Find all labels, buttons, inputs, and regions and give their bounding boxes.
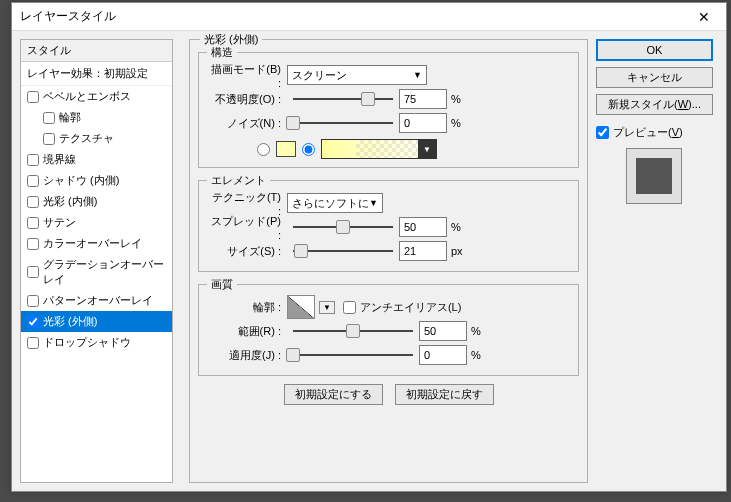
style-checkbox[interactable] [27,266,39,278]
chevron-down-icon[interactable]: ▼ [319,301,335,314]
chevron-down-icon: ▼ [413,70,422,80]
layer-style-dialog: レイヤースタイル ✕ スタイル レイヤー効果：初期設定 ベベルとエンボス輪郭テク… [11,2,727,492]
style-item[interactable]: カラーオーバーレイ [21,233,172,254]
style-checkbox[interactable] [43,133,55,145]
chevron-down-icon[interactable]: ▼ [418,140,436,158]
style-label: グラデーションオーバーレイ [43,257,166,287]
blend-mode-dropdown[interactable]: スクリーン ▼ [287,65,427,85]
style-checkbox[interactable] [27,337,39,349]
noise-input[interactable] [399,113,447,133]
color-swatch[interactable] [276,141,296,157]
style-label: テクスチャ [59,131,114,146]
style-item[interactable]: 輪郭 [21,107,172,128]
size-input[interactable] [399,241,447,261]
style-item[interactable]: シャドウ (内側) [21,170,172,191]
element-fieldset: エレメント テクニック(T) : さらにソフトに ▼ スプレッド(P) : % [198,180,579,272]
opacity-input[interactable] [399,89,447,109]
style-checkbox[interactable] [27,238,39,250]
style-checkbox[interactable] [27,154,39,166]
preview-thumbnail [626,148,682,204]
style-label: シャドウ (内側) [43,173,119,188]
style-item[interactable]: 光彩 (外側) [21,311,172,332]
style-label: カラーオーバーレイ [43,236,142,251]
gradient-picker[interactable]: ▼ [321,139,437,159]
style-checkbox[interactable] [27,91,39,103]
color-radio[interactable] [257,143,270,156]
blend-mode-label: 描画モード(B) : [207,62,287,89]
effect-panel: 光彩 (外側) 構造 描画モード(B) : スクリーン ▼ 不透明度(O) : [189,39,588,483]
spread-label: スプレッド(P) : [207,214,287,241]
antialias-checkbox[interactable]: アンチエイリアス(L) [343,300,461,315]
opacity-label: 不透明度(O) : [207,92,287,107]
style-label: ベベルとエンボス [43,89,131,104]
style-checkbox[interactable] [27,316,39,328]
style-label: ドロップシャドウ [43,335,131,350]
style-item[interactable]: サテン [21,212,172,233]
style-label: 輪郭 [59,110,81,125]
style-item[interactable]: パターンオーバーレイ [21,290,172,311]
opacity-slider[interactable] [293,90,393,108]
style-checkbox[interactable] [27,175,39,187]
style-checkbox[interactable] [27,196,39,208]
style-item[interactable]: ベベルとエンボス [21,86,172,107]
contour-label: 輪郭 : [207,300,287,315]
cancel-button[interactable]: キャンセル [596,67,713,88]
structure-title: 構造 [207,45,237,60]
jitter-slider[interactable] [293,346,413,364]
quality-title: 画質 [207,277,237,292]
style-label: パターンオーバーレイ [43,293,153,308]
range-input[interactable] [419,321,467,341]
element-title: エレメント [207,173,270,188]
jitter-input[interactable] [419,345,467,365]
style-label: サテン [43,215,76,230]
jitter-label: 適用度(J) : [207,348,287,363]
style-checkbox[interactable] [27,295,39,307]
size-label: サイズ(S) : [207,244,287,259]
spread-slider[interactable] [293,218,393,236]
style-item[interactable]: テクスチャ [21,128,172,149]
style-checkbox[interactable] [43,112,55,124]
ok-button[interactable]: OK [596,39,713,61]
dialog-title: レイヤースタイル [20,8,116,25]
size-slider[interactable] [293,242,393,260]
technique-label: テクニック(T) : [207,190,287,217]
noise-label: ノイズ(N) : [207,116,287,131]
range-label: 範囲(R) : [207,324,287,339]
titlebar[interactable]: レイヤースタイル ✕ [12,3,726,31]
layer-effect-row[interactable]: レイヤー効果：初期設定 [21,62,172,86]
chevron-down-icon: ▼ [369,198,378,208]
style-label: 光彩 (外側) [43,314,97,329]
style-item[interactable]: グラデーションオーバーレイ [21,254,172,290]
make-default-button[interactable]: 初期設定にする [284,384,383,405]
structure-fieldset: 構造 描画モード(B) : スクリーン ▼ 不透明度(O) : % [198,52,579,168]
style-item[interactable]: ドロップシャドウ [21,332,172,353]
reset-default-button[interactable]: 初期設定に戻す [395,384,494,405]
styles-list: スタイル レイヤー効果：初期設定 ベベルとエンボス輪郭テクスチャ境界線シャドウ … [20,39,173,483]
spread-input[interactable] [399,217,447,237]
technique-dropdown[interactable]: さらにソフトに ▼ [287,193,383,213]
quality-fieldset: 画質 輪郭 : ▼ アンチエイリアス(L) 範囲(R) : [198,284,579,376]
style-item[interactable]: 境界線 [21,149,172,170]
new-style-button[interactable]: 新規スタイル(W)... [596,94,713,115]
style-label: 光彩 (内側) [43,194,97,209]
preview-checkbox[interactable]: プレビュー(V) [596,125,716,140]
contour-picker[interactable] [287,295,315,319]
close-button[interactable]: ✕ [682,3,726,31]
style-label: 境界線 [43,152,76,167]
style-item[interactable]: 光彩 (内側) [21,191,172,212]
noise-slider[interactable] [293,114,393,132]
range-slider[interactable] [293,322,413,340]
gradient-radio[interactable] [302,143,315,156]
style-checkbox[interactable] [27,217,39,229]
styles-header[interactable]: スタイル [21,40,172,62]
